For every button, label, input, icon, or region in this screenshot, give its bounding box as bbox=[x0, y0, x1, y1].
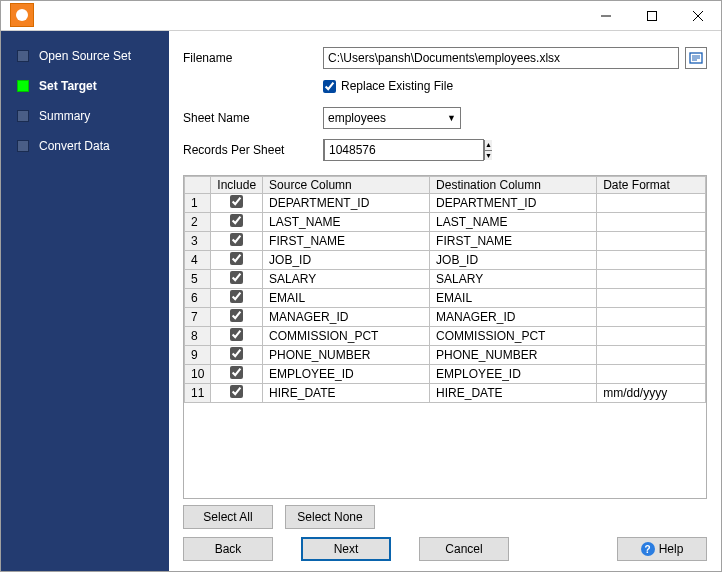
header-datefmt[interactable]: Date Format bbox=[597, 177, 706, 194]
table-row[interactable]: 5SALARYSALARY bbox=[185, 270, 706, 289]
include-checkbox[interactable] bbox=[230, 385, 243, 398]
include-checkbox[interactable] bbox=[230, 233, 243, 246]
row-number: 10 bbox=[185, 365, 211, 384]
include-checkbox[interactable] bbox=[230, 195, 243, 208]
include-checkbox[interactable] bbox=[230, 347, 243, 360]
source-column-cell[interactable]: MANAGER_ID bbox=[263, 308, 430, 327]
browse-button[interactable] bbox=[685, 47, 707, 69]
column-grid[interactable]: Include Source Column Destination Column… bbox=[183, 175, 707, 499]
destination-column-cell[interactable]: EMAIL bbox=[430, 289, 597, 308]
records-per-sheet-input[interactable] bbox=[324, 139, 484, 161]
destination-column-cell[interactable]: JOB_ID bbox=[430, 251, 597, 270]
include-cell[interactable] bbox=[211, 346, 263, 365]
chevron-down-icon: ▼ bbox=[447, 113, 456, 123]
maximize-button[interactable] bbox=[629, 1, 675, 31]
destination-column-cell[interactable]: EMPLOYEE_ID bbox=[430, 365, 597, 384]
include-checkbox[interactable] bbox=[230, 271, 243, 284]
include-cell[interactable] bbox=[211, 308, 263, 327]
date-format-cell[interactable] bbox=[597, 327, 706, 346]
destination-column-cell[interactable]: PHONE_NUMBER bbox=[430, 346, 597, 365]
header-include[interactable]: Include bbox=[211, 177, 263, 194]
destination-column-cell[interactable]: HIRE_DATE bbox=[430, 384, 597, 403]
include-checkbox[interactable] bbox=[230, 309, 243, 322]
cancel-button[interactable]: Cancel bbox=[419, 537, 509, 561]
destination-column-cell[interactable]: SALARY bbox=[430, 270, 597, 289]
source-column-cell[interactable]: LAST_NAME bbox=[263, 213, 430, 232]
source-column-cell[interactable]: PHONE_NUMBER bbox=[263, 346, 430, 365]
source-column-cell[interactable]: SALARY bbox=[263, 270, 430, 289]
table-row[interactable]: 1DEPARTMENT_IDDEPARTMENT_ID bbox=[185, 194, 706, 213]
select-all-button[interactable]: Select All bbox=[183, 505, 273, 529]
include-checkbox[interactable] bbox=[230, 366, 243, 379]
table-row[interactable]: 10EMPLOYEE_IDEMPLOYEE_ID bbox=[185, 365, 706, 384]
spinner-up-button[interactable]: ▲ bbox=[485, 140, 492, 151]
table-row[interactable]: 7MANAGER_IDMANAGER_ID bbox=[185, 308, 706, 327]
destination-column-cell[interactable]: FIRST_NAME bbox=[430, 232, 597, 251]
include-cell[interactable] bbox=[211, 365, 263, 384]
table-row[interactable]: 4JOB_IDJOB_ID bbox=[185, 251, 706, 270]
date-format-cell[interactable] bbox=[597, 232, 706, 251]
records-per-sheet-spinner[interactable]: ▲ ▼ bbox=[323, 139, 461, 161]
destination-column-cell[interactable]: DEPARTMENT_ID bbox=[430, 194, 597, 213]
step-convert-data[interactable]: Convert Data bbox=[1, 131, 169, 161]
step-set-target[interactable]: Set Target bbox=[1, 71, 169, 101]
row-number: 8 bbox=[185, 327, 211, 346]
include-cell[interactable] bbox=[211, 270, 263, 289]
include-checkbox[interactable] bbox=[230, 252, 243, 265]
minimize-button[interactable] bbox=[583, 1, 629, 31]
replace-existing-label: Replace Existing File bbox=[341, 79, 453, 93]
destination-column-cell[interactable]: MANAGER_ID bbox=[430, 308, 597, 327]
step-open-source-set[interactable]: Open Source Set bbox=[1, 41, 169, 71]
sheetname-select[interactable]: employees ▼ bbox=[323, 107, 461, 129]
include-cell[interactable] bbox=[211, 384, 263, 403]
date-format-cell[interactable] bbox=[597, 251, 706, 270]
header-dest[interactable]: Destination Column bbox=[430, 177, 597, 194]
filename-label: Filename bbox=[183, 51, 323, 65]
include-cell[interactable] bbox=[211, 232, 263, 251]
date-format-cell[interactable] bbox=[597, 308, 706, 327]
source-column-cell[interactable]: EMPLOYEE_ID bbox=[263, 365, 430, 384]
date-format-cell[interactable] bbox=[597, 270, 706, 289]
include-checkbox[interactable] bbox=[230, 328, 243, 341]
table-row[interactable]: 2LAST_NAMELAST_NAME bbox=[185, 213, 706, 232]
header-source[interactable]: Source Column bbox=[263, 177, 430, 194]
table-row[interactable]: 9PHONE_NUMBERPHONE_NUMBER bbox=[185, 346, 706, 365]
source-column-cell[interactable]: FIRST_NAME bbox=[263, 232, 430, 251]
replace-existing-checkbox[interactable] bbox=[323, 80, 336, 93]
date-format-cell[interactable] bbox=[597, 213, 706, 232]
table-row[interactable]: 6EMAILEMAIL bbox=[185, 289, 706, 308]
include-cell[interactable] bbox=[211, 289, 263, 308]
filename-input[interactable] bbox=[323, 47, 679, 69]
step-summary[interactable]: Summary bbox=[1, 101, 169, 131]
date-format-cell[interactable]: mm/dd/yyyy bbox=[597, 384, 706, 403]
include-cell[interactable] bbox=[211, 194, 263, 213]
table-row[interactable]: 3FIRST_NAMEFIRST_NAME bbox=[185, 232, 706, 251]
row-number: 3 bbox=[185, 232, 211, 251]
source-column-cell[interactable]: COMMISSION_PCT bbox=[263, 327, 430, 346]
back-button[interactable]: Back bbox=[183, 537, 273, 561]
row-number: 4 bbox=[185, 251, 211, 270]
select-none-button[interactable]: Select None bbox=[285, 505, 375, 529]
table-row[interactable]: 8COMMISSION_PCTCOMMISSION_PCT bbox=[185, 327, 706, 346]
date-format-cell[interactable] bbox=[597, 289, 706, 308]
include-cell[interactable] bbox=[211, 251, 263, 270]
include-checkbox[interactable] bbox=[230, 214, 243, 227]
next-button[interactable]: Next bbox=[301, 537, 391, 561]
source-column-cell[interactable]: EMAIL bbox=[263, 289, 430, 308]
destination-column-cell[interactable]: LAST_NAME bbox=[430, 213, 597, 232]
include-cell[interactable] bbox=[211, 213, 263, 232]
destination-column-cell[interactable]: COMMISSION_PCT bbox=[430, 327, 597, 346]
include-cell[interactable] bbox=[211, 327, 263, 346]
source-column-cell[interactable]: DEPARTMENT_ID bbox=[263, 194, 430, 213]
date-format-cell[interactable] bbox=[597, 346, 706, 365]
source-column-cell[interactable]: HIRE_DATE bbox=[263, 384, 430, 403]
sheetname-value: employees bbox=[328, 111, 386, 125]
date-format-cell[interactable] bbox=[597, 365, 706, 384]
spinner-down-button[interactable]: ▼ bbox=[485, 151, 492, 161]
source-column-cell[interactable]: JOB_ID bbox=[263, 251, 430, 270]
date-format-cell[interactable] bbox=[597, 194, 706, 213]
close-button[interactable] bbox=[675, 1, 721, 31]
include-checkbox[interactable] bbox=[230, 290, 243, 303]
table-row[interactable]: 11HIRE_DATEHIRE_DATEmm/dd/yyyy bbox=[185, 384, 706, 403]
help-button[interactable]: ? Help bbox=[617, 537, 707, 561]
